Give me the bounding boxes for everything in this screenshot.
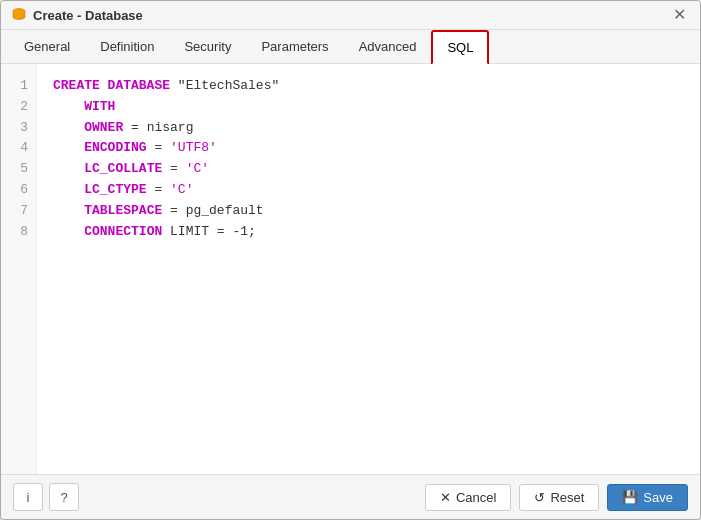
- tab-parameters[interactable]: Parameters: [246, 30, 343, 64]
- title-bar: Create - Database ✕: [1, 1, 700, 30]
- sql-code: CREATE DATABASE "EltechSales" WITH OWNER…: [37, 64, 700, 474]
- tab-security[interactable]: Security: [169, 30, 246, 64]
- tab-general[interactable]: General: [9, 30, 85, 64]
- line-numbers: 1 2 3 4 5 6 7 8: [1, 64, 37, 474]
- close-button[interactable]: ✕: [669, 7, 690, 23]
- help-button[interactable]: ?: [49, 483, 79, 511]
- cancel-button[interactable]: ✕ Cancel: [425, 484, 511, 511]
- footer-right: ✕ Cancel ↺ Reset 💾 Save: [425, 484, 688, 511]
- title-bar-left: Create - Database: [11, 7, 143, 23]
- tab-definition[interactable]: Definition: [85, 30, 169, 64]
- database-icon: [11, 7, 27, 23]
- cancel-icon: ✕: [440, 490, 451, 505]
- tab-sql[interactable]: SQL: [431, 30, 489, 65]
- cancel-label: Cancel: [456, 490, 496, 505]
- dialog-title: Create - Database: [33, 8, 143, 23]
- save-label: Save: [643, 490, 673, 505]
- footer: i ? ✕ Cancel ↺ Reset 💾 Save: [1, 474, 700, 519]
- reset-label: Reset: [550, 490, 584, 505]
- tab-advanced[interactable]: Advanced: [344, 30, 432, 64]
- sql-content-area: 1 2 3 4 5 6 7 8 CREATE DATABASE "EltechS…: [1, 64, 700, 474]
- reset-icon: ↺: [534, 490, 545, 505]
- info-button[interactable]: i: [13, 483, 43, 511]
- create-database-dialog: Create - Database ✕ General Definition S…: [0, 0, 701, 520]
- info-icon: i: [27, 490, 30, 505]
- save-button[interactable]: 💾 Save: [607, 484, 688, 511]
- footer-left: i ?: [13, 483, 79, 511]
- save-icon: 💾: [622, 490, 638, 505]
- tab-bar: General Definition Security Parameters A…: [1, 30, 700, 64]
- reset-button[interactable]: ↺ Reset: [519, 484, 599, 511]
- help-icon: ?: [60, 490, 67, 505]
